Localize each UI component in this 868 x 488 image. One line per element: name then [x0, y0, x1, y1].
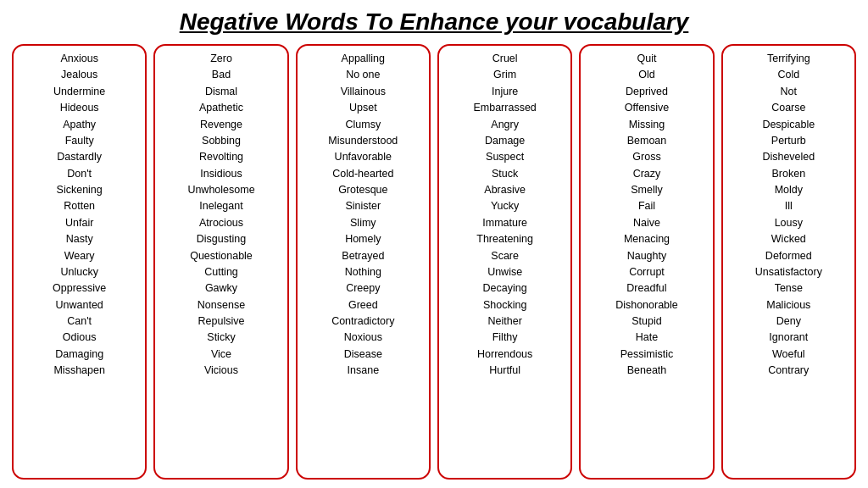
word-item: Crazy	[633, 166, 661, 182]
word-item: Unwanted	[56, 297, 103, 313]
word-item: Dishonorable	[615, 297, 678, 313]
word-item: Embarrassed	[473, 100, 536, 116]
word-item: Damaging	[55, 347, 103, 363]
word-item: Moldy	[775, 182, 803, 198]
word-item: Grotesque	[338, 182, 387, 198]
word-item: Cold	[777, 67, 799, 83]
word-item: Deformed	[765, 248, 812, 264]
word-item: Insidious	[200, 166, 242, 182]
word-item: Beneath	[627, 363, 667, 379]
word-item: Nasty	[66, 231, 93, 247]
word-item: Dastardly	[57, 149, 102, 165]
word-item: Unlucky	[60, 264, 97, 280]
word-item: Horrendous	[477, 347, 532, 363]
word-item: Despicable	[762, 117, 815, 133]
word-item: Smelly	[631, 182, 663, 198]
word-item: Weary	[64, 248, 95, 264]
word-item: Neither	[488, 313, 522, 330]
column-4: CruelGrimInjureEmbarrassedAngryDamageSus…	[437, 44, 572, 480]
word-item: Disheveled	[762, 149, 815, 165]
word-item: Undermine	[53, 84, 105, 100]
word-item: Deprived	[626, 84, 668, 100]
word-item: Offensive	[625, 100, 670, 116]
word-item: Missing	[629, 117, 665, 133]
word-item: Stuck	[492, 166, 518, 182]
column-6: TerrifyingColdNotCoarseDespicablePerturb…	[721, 44, 856, 480]
word-item: Broken	[772, 166, 806, 182]
word-item: Don't	[67, 166, 92, 182]
word-item: Vice	[211, 347, 231, 363]
word-item: Perturb	[771, 133, 806, 149]
word-item: Unwise	[487, 264, 522, 280]
word-item: Dismal	[205, 84, 237, 100]
word-item: Questionable	[190, 248, 253, 264]
word-item: Revolting	[199, 149, 243, 165]
word-item: Shocking	[483, 297, 526, 313]
word-item: Homely	[345, 231, 381, 247]
word-item: Hurtful	[489, 363, 520, 379]
word-item: Gross	[632, 149, 660, 165]
word-item: Naughty	[627, 248, 667, 264]
page: Negative Words To Enhance your vocabular…	[0, 0, 868, 488]
word-item: Pessimistic	[620, 347, 674, 363]
word-item: Woeful	[772, 347, 805, 363]
word-item: Quit	[637, 51, 657, 67]
word-item: Oppressive	[53, 280, 106, 297]
word-item: Immature	[482, 215, 527, 231]
word-item: Disgusting	[197, 231, 246, 247]
word-item: Coarse	[771, 100, 805, 116]
word-item: Old	[638, 67, 654, 83]
word-item: Betrayed	[342, 248, 384, 264]
word-item: Sickening	[57, 182, 103, 198]
word-item: Jealous	[61, 67, 97, 83]
word-item: Contrary	[768, 363, 809, 379]
word-item: Gawky	[205, 280, 237, 297]
word-item: Damage	[485, 133, 525, 149]
word-item: Unsatisfactory	[755, 264, 822, 280]
word-item: Filthy	[492, 330, 518, 346]
word-item: Ignorant	[769, 330, 808, 346]
word-item: Noxious	[344, 330, 382, 346]
column-5: QuitOldDeprivedOffensiveMissingBemoanGro…	[579, 44, 714, 480]
word-item: Scare	[491, 248, 519, 264]
word-item: Lousy	[775, 215, 803, 231]
word-item: Clumsy	[345, 117, 381, 133]
word-item: Sobbing	[202, 133, 241, 149]
columns-container: AnxiousJealousUndermineHideousApathyFaul…	[12, 44, 856, 480]
word-item: Not	[781, 84, 797, 100]
word-item: Disease	[344, 347, 382, 363]
word-item: Unfair	[65, 215, 93, 231]
word-item: Tense	[775, 280, 803, 297]
word-item: Villainous	[341, 84, 386, 100]
word-item: Grim	[493, 67, 516, 83]
word-item: Abrasive	[484, 182, 526, 198]
word-item: Sinister	[345, 198, 381, 214]
word-item: Apathetic	[199, 100, 243, 116]
word-item: Malicious	[766, 297, 810, 313]
word-item: Deny	[776, 313, 801, 330]
word-item: Injure	[492, 84, 518, 100]
word-item: No one	[346, 67, 380, 83]
column-2: ZeroBadDismalApatheticRevengeSobbingRevo…	[153, 44, 288, 480]
word-item: Repulsive	[198, 313, 245, 330]
word-item: Naive	[633, 215, 660, 231]
word-item: Threatening	[476, 231, 533, 247]
word-item: Can't	[67, 313, 92, 330]
word-item: Greed	[348, 297, 378, 313]
word-item: Menacing	[624, 231, 670, 247]
word-item: Cutting	[204, 264, 238, 280]
word-item: Inelegant	[199, 198, 242, 214]
word-item: Zero	[210, 51, 232, 67]
word-item: Cold-hearted	[332, 166, 393, 182]
word-item: Vicious	[204, 363, 238, 379]
word-item: Appalling	[342, 51, 385, 67]
word-item: Angry	[491, 117, 519, 133]
word-item: Bad	[212, 67, 231, 83]
word-item: Nothing	[345, 264, 381, 280]
word-item: Wicked	[771, 231, 806, 247]
word-item: Decaying	[483, 280, 527, 297]
word-item: Atrocious	[199, 215, 243, 231]
word-item: Insane	[348, 363, 380, 379]
word-item: Anxious	[60, 51, 97, 67]
word-item: Unwholesome	[187, 182, 254, 198]
